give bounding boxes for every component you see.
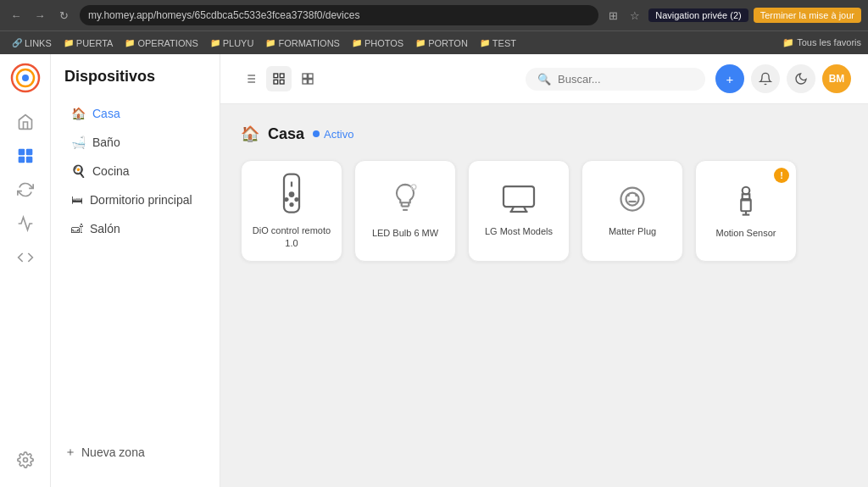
svg-point-37 bbox=[621, 188, 644, 211]
folder-icon: 📁 bbox=[64, 38, 74, 47]
svg-point-24 bbox=[290, 192, 294, 196]
device-name: LG Most Models bbox=[485, 225, 553, 237]
sidebar-item-label: Salón bbox=[90, 222, 120, 235]
developer-icon[interactable] bbox=[10, 242, 41, 273]
add-zone-button[interactable]: ＋ Nueva zona bbox=[64, 445, 206, 460]
svg-point-7 bbox=[23, 458, 27, 462]
large-grid-view-button[interactable] bbox=[295, 66, 320, 91]
folder-icon: 📁 bbox=[782, 37, 794, 47]
device-card-matter[interactable]: Matter Plug bbox=[581, 160, 683, 262]
folder-icon: 📁 bbox=[415, 38, 426, 47]
svg-point-2 bbox=[22, 75, 29, 81]
zone-home-icon: 🏠 bbox=[241, 125, 259, 143]
device-card-dio[interactable]: DiO control remoto 1.0 bbox=[241, 160, 342, 262]
grid-view-button[interactable] bbox=[266, 66, 292, 91]
sidebar-item-label: Dormitorio principal bbox=[90, 193, 192, 207]
bookmark-label: LINKS bbox=[25, 38, 52, 48]
translate-icon[interactable]: ⊞ bbox=[605, 8, 621, 24]
list-view-button[interactable] bbox=[237, 66, 263, 91]
device-card-motion[interactable]: ! Motion Sensor bbox=[695, 160, 797, 262]
finish-update-button[interactable]: Terminer la mise à jour bbox=[754, 8, 861, 23]
search-input[interactable] bbox=[558, 73, 693, 86]
sidebar-title: Dispositivos bbox=[51, 68, 220, 99]
device-card-led[interactable]: LED Bulb 6 MW bbox=[354, 160, 456, 262]
device-card-lg[interactable]: LG Most Models bbox=[468, 160, 570, 262]
svg-rect-5 bbox=[18, 157, 25, 163]
plus-icon: + bbox=[726, 72, 734, 86]
device-name: LED Bulb 6 MW bbox=[372, 227, 438, 239]
bookmarks-bar: 🔗 LINKS 📁 PUERTA 📁 OPERATIONS 📁 PLUYU 📁 … bbox=[0, 30, 868, 54]
bookmark-links[interactable]: 🔗 LINKS bbox=[7, 36, 57, 50]
bookmark-test[interactable]: 📁 TEST bbox=[475, 36, 521, 50]
bookmark-pluyu[interactable]: 📁 PLUYU bbox=[205, 36, 259, 50]
settings-icon[interactable] bbox=[10, 445, 41, 475]
devices-icon[interactable] bbox=[10, 141, 41, 171]
sidebar-item-label: Baño bbox=[92, 136, 120, 149]
search-icon: 🔍 bbox=[537, 73, 551, 86]
star-icon[interactable]: ☆ bbox=[626, 8, 643, 24]
sofa-icon: 🛋 bbox=[71, 222, 83, 235]
view-toggle bbox=[237, 66, 320, 91]
tv-icon bbox=[501, 184, 537, 219]
bath-icon: 🛁 bbox=[71, 136, 86, 149]
bookmark-formations[interactable]: 📁 FORMATIONS bbox=[260, 36, 345, 50]
rail-bottom bbox=[10, 445, 41, 487]
warning-badge: ! bbox=[774, 168, 789, 183]
homey-logo[interactable] bbox=[10, 63, 41, 93]
device-name: Matter Plug bbox=[609, 225, 656, 237]
svg-rect-21 bbox=[309, 80, 313, 84]
motion-sensor-icon bbox=[731, 182, 761, 220]
sidebar-item-salon[interactable]: 🛋 Salón bbox=[58, 215, 213, 242]
insights-icon[interactable] bbox=[10, 208, 41, 239]
bookmark-porton[interactable]: 📁 PORTON bbox=[410, 36, 473, 50]
address-text: my.homey.app/homeys/65cdbca5c533e3fcea37… bbox=[88, 9, 359, 21]
browser-actions: ⊞ ☆ Navigation privée (2) Terminer la mi… bbox=[605, 8, 861, 24]
content-area: 🏠 Casa Activo bbox=[220, 104, 868, 487]
reload-button[interactable]: ↻ bbox=[54, 6, 73, 25]
home-icon[interactable] bbox=[10, 107, 41, 137]
search-bar[interactable]: 🔍 bbox=[526, 68, 705, 91]
notifications-button[interactable] bbox=[751, 64, 780, 93]
plug-icon bbox=[617, 184, 648, 219]
svg-rect-19 bbox=[309, 74, 313, 78]
bookmark-puerta[interactable]: 📁 PUERTA bbox=[58, 36, 119, 50]
sidebar-item-casa[interactable]: 🏠 Casa bbox=[58, 100, 213, 127]
bookmark-label: TEST bbox=[492, 38, 516, 48]
svg-rect-16 bbox=[274, 80, 278, 84]
bookmark-label: OPERATIONS bbox=[137, 38, 198, 48]
avatar[interactable]: BM bbox=[822, 64, 851, 93]
svg-point-44 bbox=[743, 187, 750, 195]
zone-name: Casa bbox=[268, 125, 304, 143]
remote-icon bbox=[276, 173, 307, 218]
bookmark-photos[interactable]: 📁 PHOTOS bbox=[347, 36, 409, 50]
top-bar: 🔍 + BM bbox=[220, 54, 868, 104]
automations-icon[interactable] bbox=[10, 174, 41, 205]
sidebar-item-dormitorio[interactable]: 🛏 Dormitorio principal bbox=[58, 186, 213, 213]
bookmark-label: PUERTA bbox=[76, 38, 114, 48]
svg-rect-4 bbox=[25, 149, 32, 156]
folder-icon: 📁 bbox=[210, 38, 220, 47]
svg-rect-33 bbox=[504, 186, 534, 207]
back-button[interactable]: ← bbox=[7, 6, 25, 25]
bookmark-operations[interactable]: 📁 OPERATIONS bbox=[120, 36, 203, 50]
svg-rect-3 bbox=[18, 149, 25, 156]
browser-chrome: ← → ↻ my.homey.app/homeys/65cdbca5c533e3… bbox=[0, 0, 868, 54]
private-badge: Navigation privée (2) bbox=[648, 8, 748, 22]
plus-icon: ＋ bbox=[64, 445, 76, 460]
all-favorites[interactable]: 📁 Tous les favoris bbox=[782, 37, 861, 48]
address-bar[interactable]: my.homey.app/homeys/65cdbca5c533e3fcea37… bbox=[80, 5, 598, 25]
link-icon: 🔗 bbox=[12, 38, 22, 47]
sidebar-item-cocina[interactable]: 🍳 Cocina bbox=[58, 158, 213, 185]
svg-point-26 bbox=[296, 198, 298, 201]
sidebar-item-bano[interactable]: 🛁 Baño bbox=[58, 129, 213, 156]
bookmark-label: PHOTOS bbox=[364, 38, 403, 48]
forward-button[interactable]: → bbox=[31, 6, 49, 25]
svg-point-27 bbox=[291, 203, 293, 206]
dark-mode-button[interactable] bbox=[787, 64, 815, 93]
sidebar-bottom: ＋ Nueva zona bbox=[51, 431, 220, 473]
add-device-button[interactable]: + bbox=[715, 64, 744, 93]
browser-nav-icons: ← → ↻ bbox=[7, 6, 73, 25]
bed-icon: 🛏 bbox=[71, 193, 83, 207]
bookmark-label: FORMATIONS bbox=[278, 38, 340, 48]
svg-rect-20 bbox=[303, 80, 307, 84]
